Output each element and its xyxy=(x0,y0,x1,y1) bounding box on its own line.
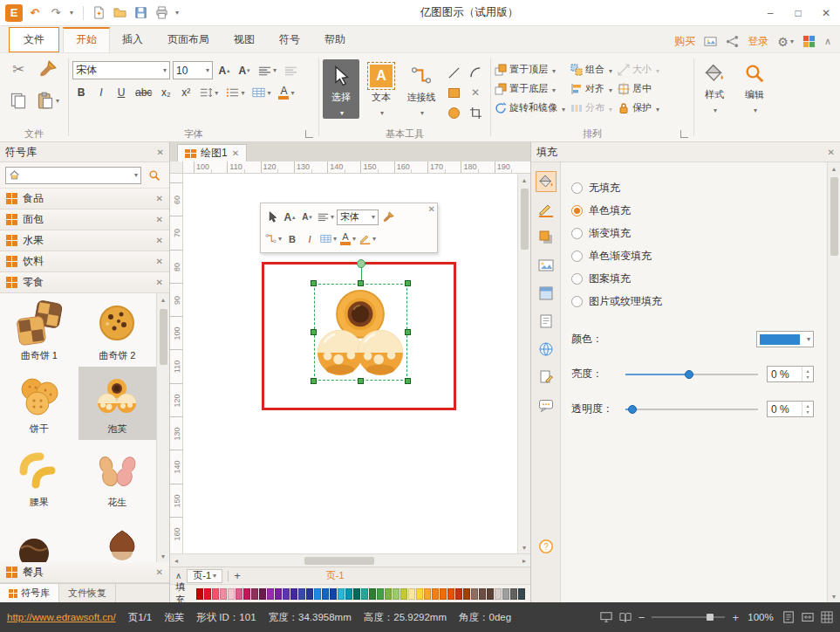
scroll-thumb[interactable] xyxy=(521,189,529,250)
tab-file[interactable]: 文件 xyxy=(9,27,59,52)
ribbon-tab-5[interactable]: 符号 xyxy=(267,27,312,52)
canvas-horizontal-scrollbar[interactable]: ◂ ▸ xyxy=(170,553,530,567)
palette-swatch[interactable] xyxy=(463,588,470,600)
undo-button[interactable]: ↶ xyxy=(26,4,44,22)
bullet-list-button[interactable] xyxy=(223,84,247,101)
zoom-slider[interactable] xyxy=(652,613,725,622)
website-link[interactable]: http://www.edrawsoft.cn/ xyxy=(7,612,116,622)
palette-swatch[interactable] xyxy=(196,588,203,600)
fill-option-无填充[interactable]: 无填充 xyxy=(571,176,814,199)
font-family-select[interactable]: 宋体 xyxy=(72,61,170,79)
text-direction-button[interactable] xyxy=(282,62,300,79)
fill-option-图片或纹理填充[interactable]: 图片或纹理填充 xyxy=(571,290,814,313)
quick-access-customize-dropdown[interactable] xyxy=(174,4,182,22)
scroll-thumb[interactable] xyxy=(830,177,838,256)
opacity-value-input[interactable]: 0 % ▴▾ xyxy=(767,401,814,417)
line-spacing-button[interactable] xyxy=(197,84,221,101)
symbol-花生[interactable]: 花生 xyxy=(79,440,157,513)
scroll-left-icon[interactable]: ◂ xyxy=(170,554,182,567)
cut-button[interactable]: ✂ xyxy=(5,60,31,79)
background-tool-button[interactable] xyxy=(536,283,557,304)
style-button[interactable]: 样式 xyxy=(698,57,731,116)
italic-button[interactable]: I xyxy=(92,84,110,101)
palette-swatch[interactable] xyxy=(471,588,478,600)
arrange-对齐[interactable]: 对齐 xyxy=(570,81,612,96)
slider-handle[interactable] xyxy=(685,370,693,379)
palette-swatch[interactable] xyxy=(385,588,392,600)
tab-file-recovery[interactable]: 文件恢复 xyxy=(59,584,116,602)
palette-swatch[interactable] xyxy=(502,588,509,600)
category-饮料[interactable]: 饮料✕ xyxy=(0,251,169,272)
collapse-pagebar-button[interactable]: ∧ xyxy=(175,571,181,580)
brightness-value-input[interactable]: 0 % ▴▾ xyxy=(767,366,814,382)
palette-swatch[interactable] xyxy=(322,588,329,600)
redo-dropdown[interactable] xyxy=(68,4,77,22)
fill-option-渐变填充[interactable]: 渐变填充 xyxy=(571,222,814,244)
ribbon-tab-6[interactable]: 帮助 xyxy=(312,27,358,52)
format-painter-button[interactable] xyxy=(33,60,63,78)
buy-link[interactable]: 购买 xyxy=(674,34,695,49)
shrink-font-button[interactable]: A▾ xyxy=(236,62,253,79)
palette-swatch[interactable] xyxy=(290,588,297,600)
app-logo-icon[interactable]: E xyxy=(5,4,23,22)
palette-swatch[interactable] xyxy=(212,588,219,600)
open-button[interactable] xyxy=(111,4,128,22)
category-零食[interactable]: 零食✕ xyxy=(0,272,169,293)
symbol-曲奇饼 2[interactable]: 曲奇饼 2 xyxy=(79,293,157,367)
presentation-mode-button[interactable] xyxy=(600,611,612,623)
add-page-button[interactable]: + xyxy=(234,569,241,582)
line-tool-button[interactable] xyxy=(443,63,464,82)
scroll-thumb[interactable] xyxy=(160,309,167,365)
font-size-select[interactable]: 10 xyxy=(173,61,213,79)
palette-swatch[interactable] xyxy=(510,588,517,600)
ribbon-tab-4[interactable]: 视图 xyxy=(222,27,267,52)
palette-swatch[interactable] xyxy=(283,588,290,600)
mini-grow-font-button[interactable]: A▴ xyxy=(282,209,297,226)
collapse-ribbon-button[interactable]: ∧ xyxy=(824,36,831,47)
font-dialog-launcher[interactable] xyxy=(305,130,313,138)
palette-swatch[interactable] xyxy=(259,588,266,600)
scroll-down-icon[interactable]: ▾ xyxy=(157,550,169,562)
share-button[interactable] xyxy=(726,35,739,48)
resize-handle[interactable] xyxy=(311,280,317,286)
arrange-旋转和镜像[interactable]: 旋转和镜像 xyxy=(495,100,565,115)
palette-swatch[interactable] xyxy=(306,588,313,600)
text-tool-button[interactable]: A 文本 xyxy=(363,59,400,119)
fit-page-button[interactable] xyxy=(782,611,795,623)
ribbon-tab-1[interactable]: 开始 xyxy=(63,27,110,52)
resize-handle[interactable] xyxy=(405,378,411,384)
fill-color-picker[interactable] xyxy=(756,331,814,347)
symbol-曲奇饼 1[interactable]: 曲奇饼 1 xyxy=(0,293,79,367)
zoom-out-button[interactable]: − xyxy=(639,611,645,624)
arrange-分布[interactable]: 分布 xyxy=(570,100,612,115)
arrange-居中[interactable]: 居中 xyxy=(618,81,659,96)
palette-swatch[interactable] xyxy=(369,588,376,600)
palette-swatch[interactable] xyxy=(495,588,502,600)
palette-swatch[interactable] xyxy=(330,588,337,600)
resize-handle[interactable] xyxy=(405,329,411,335)
resize-handle[interactable] xyxy=(358,378,364,384)
connector-tool-button[interactable]: 连接线 xyxy=(403,59,440,119)
close-panel-button[interactable]: ✕ xyxy=(828,148,835,157)
mini-fill-color-button[interactable]: A xyxy=(339,230,357,248)
palette-swatch[interactable] xyxy=(267,588,274,600)
symbol-chestnut[interactable] xyxy=(79,513,157,562)
grow-font-button[interactable]: A▴ xyxy=(215,62,233,79)
select-tool-button[interactable]: 选择 xyxy=(323,59,359,119)
mini-italic-button[interactable]: I xyxy=(302,230,318,248)
copy-button[interactable] xyxy=(5,92,31,109)
close-category-icon[interactable]: ✕ xyxy=(156,278,163,287)
resize-handle[interactable] xyxy=(405,280,411,286)
print-button[interactable] xyxy=(153,4,170,22)
text-align-button[interactable] xyxy=(256,62,279,79)
subscript-button[interactable]: x₂ xyxy=(157,84,174,101)
close-category-icon[interactable]: ✕ xyxy=(156,567,163,577)
category-tableware[interactable]: 餐具 ✕ xyxy=(0,562,169,583)
slider-handle[interactable] xyxy=(628,405,637,414)
search-button[interactable] xyxy=(145,167,164,184)
active-page-label[interactable]: 页-1 xyxy=(326,569,345,582)
brightness-slider[interactable] xyxy=(625,368,758,381)
rectangle-tool-button[interactable] xyxy=(443,83,464,102)
insert-table-button[interactable] xyxy=(249,84,273,101)
rotation-handle[interactable] xyxy=(357,259,365,268)
